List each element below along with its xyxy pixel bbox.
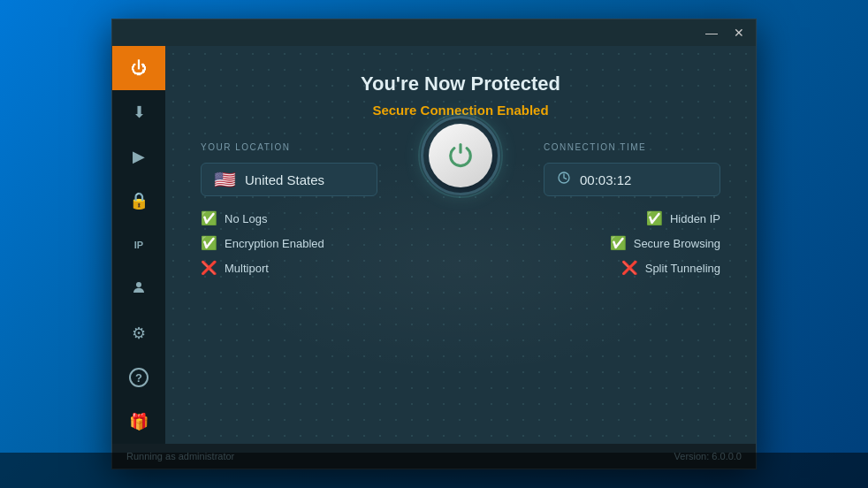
gift-icon: 🎁 [129, 412, 148, 431]
title-bar: — ✕ [112, 19, 756, 46]
check-icon-hidden-ip: ✅ [646, 210, 663, 226]
features-left: ✅ No Logs ✅ Encryption Enabled ❌ Multipo… [201, 210, 377, 276]
power-ring-button[interactable] [421, 116, 500, 195]
feature-no-logs: ✅ No Logs [201, 210, 377, 226]
settings-icon: ⚙ [132, 324, 146, 343]
check-icon-encryption: ✅ [201, 235, 217, 251]
sidebar-item-help[interactable]: ? [112, 355, 165, 400]
power-symbol-icon [447, 142, 474, 169]
connection-time: 00:03:12 [580, 172, 631, 187]
feature-no-logs-label: No Logs [225, 212, 267, 225]
feature-hidden-ip: ✅ Hidden IP [646, 210, 720, 226]
clock-icon [557, 171, 571, 188]
main-content: You're Now Protected Secure Connection E… [165, 46, 756, 444]
feature-encryption-label: Encryption Enabled [225, 237, 324, 250]
info-row: YOUR LOCATION 🇺🇸 United States [201, 142, 720, 196]
play-icon: ▶ [133, 147, 145, 166]
location-name: United States [245, 172, 324, 187]
power-button-inner [429, 124, 492, 187]
feature-secure-browsing: ✅ Secure Browsing [610, 235, 720, 251]
sidebar-item-ip[interactable]: IP [112, 223, 165, 267]
location-badge[interactable]: 🇺🇸 United States [201, 163, 377, 196]
feature-split-tunneling: ❌ Split Tunneling [621, 260, 720, 276]
sidebar-item-power[interactable]: ⏻ [112, 46, 165, 90]
feature-hidden-ip-label: Hidden IP [670, 212, 720, 225]
feature-encryption: ✅ Encryption Enabled [201, 235, 377, 251]
sidebar-item-download[interactable]: ⬇ [112, 90, 165, 134]
taskbar [0, 453, 868, 488]
check-icon-no-logs: ✅ [201, 210, 217, 226]
svg-point-0 [136, 282, 141, 287]
title-bar-controls: — ✕ [701, 25, 749, 41]
app-window: — ✕ ⏻ ⬇ ▶ 🔒 IP [111, 19, 757, 469]
sidebar-item-gift[interactable]: 🎁 [112, 400, 165, 444]
cross-icon-multiport: ❌ [201, 260, 217, 276]
sidebar-item-play[interactable]: ▶ [112, 134, 165, 179]
power-center [377, 142, 544, 195]
feature-multiport-label: Multiport [225, 262, 269, 275]
flag-icon: 🇺🇸 [214, 171, 236, 188]
features-right: ✅ Hidden IP ✅ Secure Browsing ❌ Split Tu… [544, 210, 720, 276]
sidebar-item-settings[interactable]: ⚙ [112, 311, 165, 355]
cross-icon-split-tunneling: ❌ [621, 260, 638, 276]
features-row: ✅ No Logs ✅ Encryption Enabled ❌ Multipo… [201, 210, 720, 276]
minimize-button[interactable]: — [701, 25, 722, 41]
user-icon [131, 279, 147, 300]
sidebar: ⏻ ⬇ ▶ 🔒 IP [112, 46, 165, 444]
sidebar-item-lock[interactable]: 🔒 [112, 179, 165, 223]
lock-icon: 🔒 [129, 191, 148, 210]
download-icon: ⬇ [133, 103, 146, 122]
feature-split-tunneling-label: Split Tunneling [645, 262, 720, 275]
location-label: YOUR LOCATION [201, 142, 377, 152]
feature-multiport: ❌ Multiport [201, 260, 377, 276]
feature-secure-browsing-label: Secure Browsing [634, 237, 720, 250]
desktop-background: — ✕ ⏻ ⬇ ▶ 🔒 IP [0, 0, 868, 488]
check-icon-secure-browsing: ✅ [610, 235, 627, 251]
sidebar-item-user[interactable] [112, 267, 165, 311]
connection-time-label: CONNECTION TIME [544, 142, 720, 152]
location-section: YOUR LOCATION 🇺🇸 United States [201, 142, 377, 196]
protected-title: You're Now Protected [361, 72, 560, 95]
connection-section: CONNECTION TIME 00:03:12 [544, 142, 720, 196]
close-button[interactable]: ✕ [729, 25, 749, 41]
ip-icon: IP [134, 240, 143, 250]
help-icon: ? [129, 368, 148, 387]
power-icon: ⏻ [131, 59, 147, 78]
app-body: ⏻ ⬇ ▶ 🔒 IP [112, 46, 756, 444]
time-badge: 00:03:12 [544, 163, 720, 196]
